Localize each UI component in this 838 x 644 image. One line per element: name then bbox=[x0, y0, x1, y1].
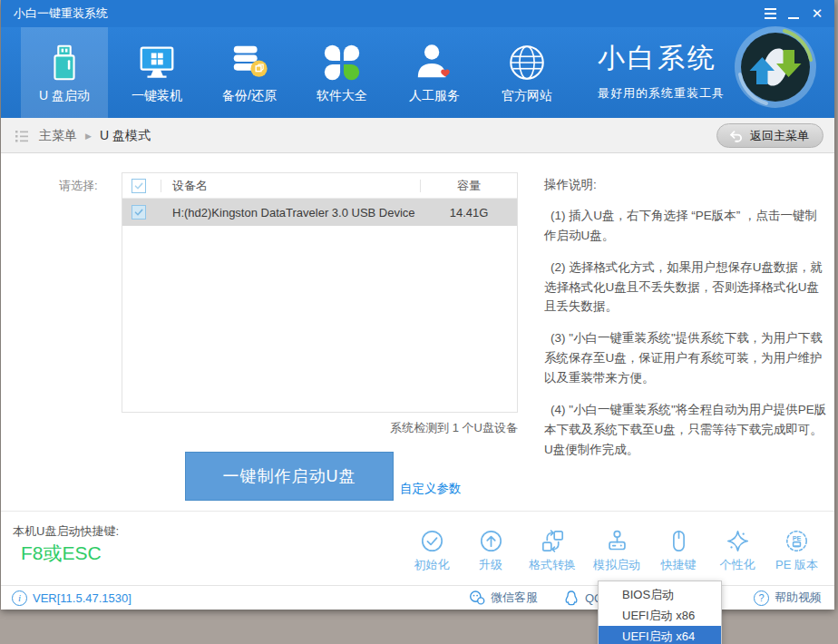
back-to-main-menu-button[interactable]: 返回主菜单 bbox=[716, 123, 823, 148]
make-boot-usb-button[interactable]: 一键制作启动U盘 bbox=[185, 452, 394, 501]
boot-mode-popup-menu: BIOS启动 UEFI启动 x86 UEFI启动 x64 bbox=[598, 581, 722, 644]
instruction-step: (4) "小白一键重装系统"将全程自动为用户提供PE版本下载及系统下载至U盘，只… bbox=[544, 400, 827, 460]
return-arrow-icon bbox=[727, 128, 744, 144]
tool-label: 初始化 bbox=[414, 557, 450, 573]
nav-label: 软件大全 bbox=[317, 88, 367, 104]
version-info: i VER[11.5.47.1530] bbox=[12, 586, 132, 610]
nav-label: U 盘启动 bbox=[39, 88, 90, 104]
check-circle-icon bbox=[420, 529, 444, 553]
monitor-icon bbox=[136, 42, 178, 83]
nav-item-usb-boot[interactable]: U 盘启动 bbox=[21, 27, 108, 118]
breadcrumb-root[interactable]: 主菜单 bbox=[39, 128, 77, 144]
globe-icon bbox=[506, 42, 548, 83]
help-label: 帮助视频 bbox=[775, 590, 822, 606]
tool-format-convert[interactable]: 格式转换 bbox=[529, 529, 576, 573]
select-all-checkbox[interactable] bbox=[132, 179, 146, 193]
popup-item-uefi-x86[interactable]: UEFI启动 x86 bbox=[599, 605, 721, 626]
up-arrow-circle-icon bbox=[479, 529, 503, 553]
hamburger-icon bbox=[765, 8, 776, 20]
hotkey-label: 本机U盘启动快捷键: bbox=[13, 523, 119, 540]
brand-block: 小白系统 最好用的系统重装工具 bbox=[598, 40, 725, 102]
brand-logo-icon bbox=[732, 24, 819, 111]
nav-label: 人工服务 bbox=[409, 88, 460, 104]
brand-slogan: 最好用的系统重装工具 bbox=[598, 85, 725, 102]
wechat-support-link[interactable]: 微信客服 bbox=[469, 586, 538, 610]
title-bar: 小白一键重装系统 ✕ bbox=[1, 0, 834, 27]
device-table: 设备名 容量 H:(hd2)Kingston DataTraveler 3.0 … bbox=[122, 172, 518, 413]
nav-item-software[interactable]: 软件大全 bbox=[298, 27, 385, 118]
help-video-link[interactable]: ? 帮助视频 bbox=[754, 586, 822, 610]
check-icon bbox=[133, 207, 144, 218]
nav-item-one-key-install[interactable]: 一键装机 bbox=[113, 27, 200, 118]
tool-label: PE 版本 bbox=[775, 557, 818, 573]
instructions-title: 操作说明: bbox=[544, 177, 827, 193]
qq-icon bbox=[563, 590, 580, 606]
info-icon: i bbox=[12, 590, 27, 606]
software-clover-icon bbox=[321, 42, 363, 83]
tool-label: 格式转换 bbox=[529, 557, 576, 573]
tool-label: 个性化 bbox=[720, 557, 755, 573]
device-row[interactable]: H:(hd2)Kingston DataTraveler 3.0 USB Dev… bbox=[122, 199, 517, 226]
tool-hotkey[interactable]: 快捷键 bbox=[658, 529, 699, 573]
instruction-step: (3) "小白一键重装系统"提供系统下载，为用户下载系统保存至U盘，保证用户有系… bbox=[544, 328, 827, 388]
divider bbox=[1, 511, 834, 512]
nav-label: 备份/还原 bbox=[222, 88, 277, 104]
question-icon: ? bbox=[754, 590, 769, 606]
window-title: 小白一键重装系统 bbox=[14, 0, 108, 27]
sparkle-star-icon bbox=[726, 529, 750, 553]
format-convert-icon bbox=[541, 529, 565, 553]
backup-restore-icon bbox=[229, 42, 270, 83]
main-nav: U 盘启动 一键装机 bbox=[1, 27, 834, 118]
table-header: 设备名 容量 bbox=[122, 173, 517, 199]
tool-init[interactable]: 初始化 bbox=[411, 529, 453, 573]
version-text: VER[11.5.47.1530] bbox=[33, 591, 132, 605]
joystick-icon bbox=[605, 529, 629, 553]
wechat-icon bbox=[469, 590, 485, 606]
list-icon bbox=[13, 127, 31, 145]
breadcrumb-bar: 主菜单 ▶ U 盘模式 返回主菜单 bbox=[1, 118, 834, 153]
hotkey-value: F8或ESC bbox=[21, 541, 102, 566]
chevron-right-icon: ▶ bbox=[85, 131, 92, 141]
nav-item-website[interactable]: 官方网站 bbox=[483, 27, 570, 118]
brand-name: 小白系统 bbox=[598, 40, 725, 77]
breadcrumb-current: U 盘模式 bbox=[100, 128, 151, 144]
device-capacity-cell: 14.41G bbox=[421, 206, 517, 220]
instructions-panel: 操作说明: (1) 插入U盘，右下角选择 “PE版本” ，点击一键制作启动U盘。… bbox=[544, 177, 827, 471]
usb-drive-icon bbox=[44, 42, 85, 83]
tool-pe-version[interactable]: PE PE 版本 bbox=[775, 529, 818, 573]
pe-version-icon: PE bbox=[784, 529, 809, 553]
custom-params-link[interactable]: 自定义参数 bbox=[400, 481, 462, 497]
tool-label: 模拟启动 bbox=[593, 557, 640, 573]
instruction-step: (2) 选择格式化方式，如果用户想保存U盘数据，就选择格式化U盘且不丢失数据，否… bbox=[544, 258, 827, 317]
column-header-capacity: 容量 bbox=[421, 178, 517, 194]
nav-item-backup-restore[interactable]: 备份/还原 bbox=[206, 27, 293, 118]
tool-personalize[interactable]: 个性化 bbox=[716, 529, 758, 573]
detect-status-text: 系统检测到 1 个U盘设备 bbox=[122, 420, 518, 436]
nav-label: 官方网站 bbox=[502, 88, 552, 104]
check-icon bbox=[133, 181, 144, 191]
select-label: 请选择: bbox=[59, 178, 98, 194]
minimize-icon bbox=[788, 17, 799, 20]
device-name-cell: H:(hd2)Kingston DataTraveler 3.0 USB Dev… bbox=[172, 206, 421, 220]
instruction-step: (1) 插入U盘，右下角选择 “PE版本” ，点击一键制作启动U盘。 bbox=[544, 206, 827, 246]
app-window: 小白一键重装系统 ✕ U 盘启动 bbox=[1, 0, 834, 610]
tool-upgrade[interactable]: 升级 bbox=[470, 529, 512, 573]
tool-label: 升级 bbox=[479, 557, 502, 573]
popup-item-bios-boot[interactable]: BIOS启动 bbox=[599, 584, 721, 605]
back-button-label: 返回主菜单 bbox=[750, 128, 809, 144]
nav-label: 一键装机 bbox=[132, 88, 182, 104]
svg-text:PE: PE bbox=[793, 534, 802, 542]
tool-label: 快捷键 bbox=[661, 557, 697, 573]
device-checkbox[interactable] bbox=[132, 205, 146, 220]
support-person-icon bbox=[414, 42, 455, 83]
nav-item-support[interactable]: 人工服务 bbox=[391, 27, 478, 118]
mouse-icon bbox=[667, 529, 691, 553]
tool-strip: 初始化 升级 格式转换 模拟启动 bbox=[411, 529, 818, 573]
breadcrumb: 主菜单 ▶ U 盘模式 bbox=[13, 118, 151, 153]
column-header-device: 设备名 bbox=[172, 178, 405, 194]
popup-item-uefi-x64[interactable]: UEFI启动 x64 bbox=[599, 626, 721, 644]
wechat-label: 微信客服 bbox=[491, 590, 538, 606]
tool-simulate-boot[interactable]: 模拟启动 bbox=[593, 529, 640, 573]
column-divider bbox=[161, 180, 161, 192]
